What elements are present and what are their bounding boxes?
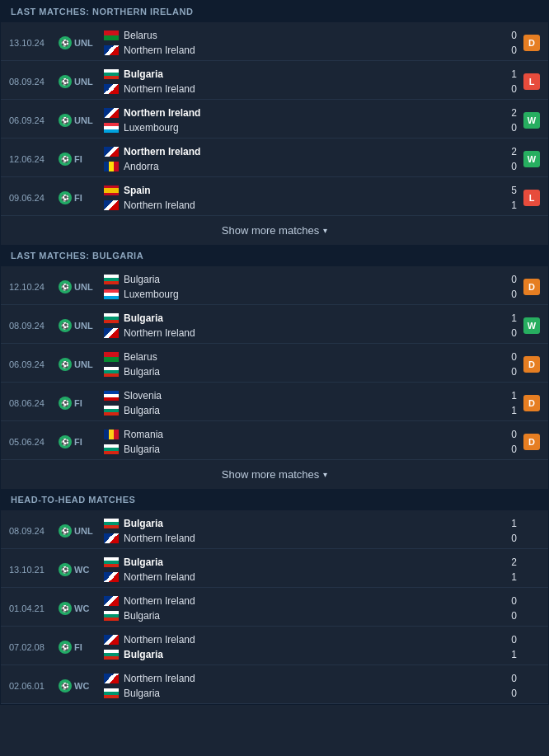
team2-row-h2h-3: Bulgaria1 <box>104 647 523 662</box>
team2-row-ni-2: Luxembourg0 <box>104 120 523 135</box>
result-badge-ni-0: D <box>523 35 540 51</box>
match-group-h2h-0: 08.09.24⚽UNLBulgaria1Northern Ireland0 <box>1 510 548 549</box>
bg-matches: 12.10.24⚽UNLBulgaria0Luxembourg0D08.09.2… <box>1 266 548 460</box>
team2-score-ni-3: 0 <box>500 161 517 172</box>
competition-label-h2h-3: FI <box>74 642 82 652</box>
team1-score-h2h-4: 0 <box>500 673 517 684</box>
team2-score-h2h-3: 1 <box>500 649 517 660</box>
flag-andorra-icon <box>104 162 119 171</box>
team2-score-bg-0: 0 <box>500 289 517 300</box>
team2-row-bg-2: Bulgaria0 <box>104 364 523 379</box>
team2-name-h2h-2: Bulgaria <box>124 610 500 622</box>
result-badge-ni-1: L <box>523 73 540 90</box>
match-date-bg-1: 08.09.24 <box>9 321 59 331</box>
flag-northern-ireland-icon <box>104 84 119 94</box>
team2-row-bg-0: Luxembourg0 <box>104 287 523 302</box>
competition-icon-ni-2: ⚽ <box>59 114 72 127</box>
show-more-ni-label: Show more matches <box>222 224 320 237</box>
team1-score-bg-1: 1 <box>500 312 517 324</box>
team2-score-bg-3: 1 <box>500 405 517 416</box>
flag-bulgaria-icon <box>104 367 119 377</box>
team1-row-h2h-4: Northern Ireland0 <box>104 671 523 686</box>
team1-name-bg-0: Bulgaria <box>124 274 500 285</box>
team2-name-h2h-4: Bulgaria <box>124 688 500 699</box>
team2-row-bg-3: Bulgaria1 <box>104 403 523 418</box>
match-row-bg-2-team1: 06.09.24⚽UNLBelarus0Bulgaria0D <box>1 344 548 382</box>
section-header-bg: LAST MATCHES: BULGARIA <box>1 245 548 266</box>
team1-score-h2h-2: 0 <box>500 595 517 607</box>
team1-name-ni-2: Northern Ireland <box>124 107 500 119</box>
show-more-bg[interactable]: Show more matches ▾ <box>1 460 548 489</box>
competition-icon-h2h-1: ⚽ <box>59 563 72 576</box>
result-badge-bg-3: D <box>523 395 540 411</box>
competition-icon-h2h-4: ⚽ <box>59 679 72 693</box>
teams-block-bg-1: Bulgaria1Northern Ireland0 <box>104 308 523 343</box>
competition-icon-bg-1: ⚽ <box>59 319 72 332</box>
show-more-bg-label: Show more matches <box>222 468 320 481</box>
competition-icon-ni-4: ⚽ <box>59 191 72 204</box>
match-date-ni-2: 06.09.24 <box>9 115 59 125</box>
team1-score-h2h-1: 2 <box>500 556 517 568</box>
competition-label-ni-4: FI <box>74 193 82 203</box>
match-date-h2h-1: 13.10.21 <box>9 565 59 575</box>
match-row-ni-2-team1: 06.09.24⚽UNLNorthern Ireland2Luxembourg0… <box>1 100 548 138</box>
match-row-ni-4-team1: 09.06.24⚽FISpain5Northern Ireland1L <box>1 177 548 215</box>
team2-row-bg-4: Bulgaria0 <box>104 442 523 457</box>
team1-score-ni-4: 5 <box>500 185 517 196</box>
team1-score-h2h-0: 1 <box>500 518 517 529</box>
team1-row-ni-0: Belarus0 <box>104 28 523 43</box>
match-group-ni-2: 06.09.24⚽UNLNorthern Ireland2Luxembourg0… <box>1 100 548 139</box>
competition-label-h2h-2: WC <box>74 603 89 613</box>
flag-bulgaria-icon <box>104 557 119 567</box>
flag-bulgaria-icon <box>104 519 119 528</box>
competition-label-ni-2: UNL <box>74 115 93 125</box>
flag-northern-ireland-icon <box>104 674 119 683</box>
competition-icon-h2h-0: ⚽ <box>59 524 72 538</box>
team2-row-bg-1: Northern Ireland0 <box>104 326 523 340</box>
team2-score-bg-2: 0 <box>500 366 517 378</box>
competition-icon-bg-3: ⚽ <box>59 397 72 410</box>
match-group-ni-4: 09.06.24⚽FISpain5Northern Ireland1L <box>1 177 548 216</box>
h2h-matches: 08.09.24⚽UNLBulgaria1Northern Ireland013… <box>1 510 548 704</box>
team2-name-ni-0: Northern Ireland <box>124 45 500 56</box>
team1-row-bg-2: Belarus0 <box>104 350 523 364</box>
team2-name-bg-0: Luxembourg <box>124 289 500 300</box>
teams-block-bg-0: Bulgaria0Luxembourg0 <box>104 270 523 304</box>
match-row-bg-0-team1: 12.10.24⚽UNLBulgaria0Luxembourg0D <box>1 266 548 304</box>
team2-score-h2h-1: 1 <box>500 571 517 583</box>
competition-label-h2h-0: UNL <box>74 526 93 536</box>
match-row-ni-3-team1: 12.06.24⚽FINorthern Ireland2Andorra0W <box>1 139 548 176</box>
team2-row-h2h-4: Bulgaria0 <box>104 686 523 701</box>
competition-icon-bg-0: ⚽ <box>59 280 72 293</box>
teams-block-bg-3: Slovenia1Bulgaria1 <box>104 386 523 420</box>
team1-row-ni-3: Northern Ireland2 <box>104 144 523 159</box>
teams-block-bg-4: Romania0Bulgaria0 <box>104 425 523 459</box>
show-more-ni[interactable]: Show more matches ▾ <box>1 216 548 245</box>
match-row-bg-1-team1: 08.09.24⚽UNLBulgaria1Northern Ireland0W <box>1 305 548 343</box>
match-date-h2h-2: 01.04.21 <box>9 603 59 613</box>
team1-row-h2h-0: Bulgaria1 <box>104 516 523 531</box>
team2-name-ni-4: Northern Ireland <box>124 200 500 211</box>
team1-name-ni-0: Belarus <box>124 30 500 41</box>
team1-name-bg-4: Romania <box>124 429 500 440</box>
team1-row-bg-3: Slovenia1 <box>104 388 523 403</box>
match-group-bg-3: 08.06.24⚽FISlovenia1Bulgaria1D <box>1 383 548 421</box>
match-row-h2h-3-team1: 07.02.08⚽FINorthern Ireland0Bulgaria1 <box>1 627 548 664</box>
flag-bulgaria-icon <box>104 611 119 621</box>
teams-block-h2h-2: Northern Ireland0Bulgaria0 <box>104 591 523 626</box>
team2-row-ni-4: Northern Ireland1 <box>104 198 523 213</box>
match-date-ni-3: 12.06.24 <box>9 154 59 164</box>
competition-icon-ni-1: ⚽ <box>59 75 72 88</box>
team2-row-ni-3: Andorra0 <box>104 159 523 174</box>
team2-name-bg-2: Bulgaria <box>124 366 500 378</box>
flag-bulgaria-icon <box>104 688 119 698</box>
flag-bulgaria-icon <box>104 313 119 323</box>
flag-belarus-icon <box>104 31 119 40</box>
team1-row-bg-4: Romania0 <box>104 427 523 442</box>
team1-row-h2h-3: Northern Ireland0 <box>104 632 523 647</box>
team1-score-bg-4: 0 <box>500 429 517 440</box>
teams-block-ni-3: Northern Ireland2Andorra0 <box>104 142 523 176</box>
competition-label-ni-1: UNL <box>74 77 93 87</box>
teams-block-h2h-0: Bulgaria1Northern Ireland0 <box>104 514 523 548</box>
match-date-ni-0: 13.10.24 <box>9 38 59 48</box>
